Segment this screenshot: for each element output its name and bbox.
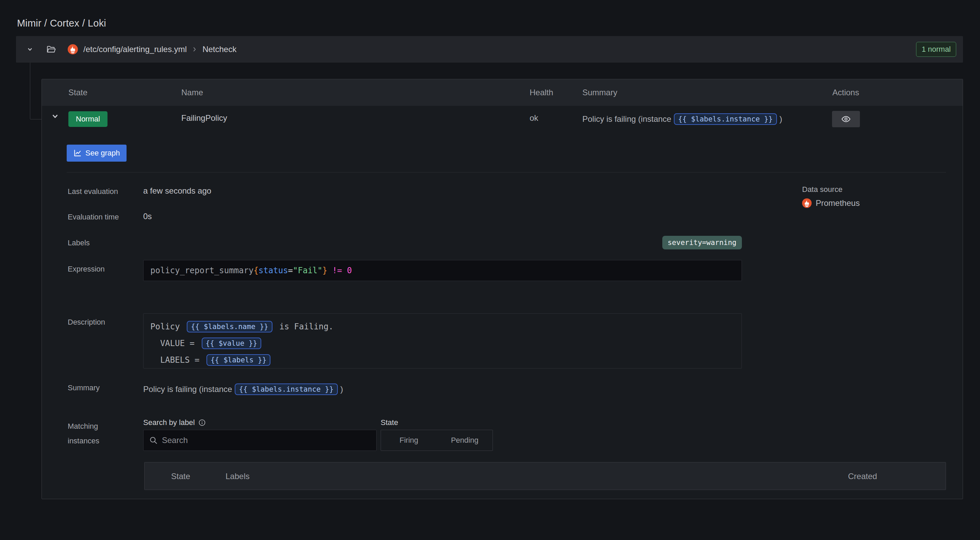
evaluation-time-value: 0s bbox=[143, 212, 152, 221]
prometheus-icon bbox=[68, 44, 78, 54]
description-line: VALUE = {{ $value }} bbox=[150, 335, 741, 352]
template-chip: {{ $value }} bbox=[202, 338, 262, 349]
rule-file-path: /etc/config/alerting_rules.yml bbox=[83, 45, 187, 54]
description-text: LABELS = bbox=[150, 355, 204, 365]
summary-text: Policy is failing (instance bbox=[582, 114, 671, 124]
view-rule-button[interactable] bbox=[832, 111, 860, 127]
matching-instances-label-line1: Matching bbox=[68, 422, 98, 431]
description-box: Policy {{ $labels.name }} is Failing. VA… bbox=[143, 314, 742, 368]
state-filter-label: State bbox=[381, 418, 398, 427]
folder-icon bbox=[46, 44, 56, 54]
last-evaluation-label: Last evaluation bbox=[68, 187, 118, 196]
rule-name: FailingPolicy bbox=[181, 113, 227, 123]
instances-column-state: State bbox=[171, 472, 190, 481]
column-header-state: State bbox=[68, 88, 88, 97]
info-icon[interactable] bbox=[198, 419, 206, 427]
search-input[interactable] bbox=[143, 430, 377, 451]
description-line: LABELS = {{ $labels }} bbox=[150, 352, 741, 368]
expression-operator: != bbox=[327, 266, 347, 275]
indent-guide-vertical bbox=[30, 63, 30, 119]
evaluation-time-label: Evaluation time bbox=[68, 213, 119, 221]
instances-column-labels: Labels bbox=[226, 472, 250, 481]
description-text: VALUE = bbox=[150, 339, 200, 348]
group-state-badge: 1 normal bbox=[916, 42, 956, 57]
search-by-label-text: Search by label bbox=[143, 418, 195, 427]
section-divider bbox=[67, 172, 946, 172]
summary-suffix: ) bbox=[340, 384, 343, 394]
description-line: Policy {{ $labels.name }} is Failing. bbox=[150, 318, 741, 335]
expression-number: 0 bbox=[347, 266, 352, 275]
summary-label: Summary bbox=[68, 384, 100, 392]
expression-code: policy_report_summary{status="Fail"} != … bbox=[143, 260, 742, 281]
expression-metric: policy_report_summary bbox=[150, 266, 253, 275]
summary-suffix: ) bbox=[780, 114, 783, 124]
rule-group-name: Netcheck bbox=[202, 45, 236, 54]
expression-string: "Fail" bbox=[293, 266, 323, 275]
column-header-health: Health bbox=[530, 88, 553, 97]
chevron-right-icon bbox=[191, 46, 198, 53]
page-title: Mimir / Cortex / Loki bbox=[17, 18, 106, 29]
severity-label-tag: severity=warning bbox=[662, 236, 742, 249]
datasource-label: Data source bbox=[802, 185, 843, 194]
expression-brace-close: } bbox=[323, 266, 327, 275]
last-evaluation-value: a few seconds ago bbox=[143, 186, 211, 196]
eye-icon bbox=[841, 114, 851, 124]
expression-label-key: status bbox=[259, 266, 288, 275]
expression-label: Expression bbox=[68, 265, 105, 274]
matching-instances-label-line2: instances bbox=[68, 436, 99, 445]
expression-brace-open: { bbox=[253, 266, 258, 275]
template-chip: {{ $labels.instance }} bbox=[674, 113, 776, 125]
column-header-name: Name bbox=[181, 88, 203, 97]
see-graph-label: See graph bbox=[85, 149, 120, 158]
description-label: Description bbox=[68, 318, 105, 327]
prometheus-icon bbox=[802, 198, 811, 208]
search-by-label-field-label: Search by label bbox=[143, 418, 206, 427]
rule-group-header[interactable]: /etc/config/alerting_rules.yml Netcheck … bbox=[16, 36, 963, 63]
description-text: is Failing. bbox=[275, 322, 333, 331]
rule-health: ok bbox=[530, 113, 538, 123]
rule-state-badge: Normal bbox=[68, 111, 108, 127]
filter-firing-button[interactable]: Firing bbox=[381, 430, 437, 451]
filter-pending-button[interactable]: Pending bbox=[437, 430, 493, 451]
description-text: Policy bbox=[150, 322, 185, 331]
template-chip: {{ $labels }} bbox=[207, 354, 270, 366]
chart-line-icon bbox=[73, 149, 82, 158]
column-header-actions: Actions bbox=[832, 88, 859, 97]
expression-equals: = bbox=[288, 266, 293, 275]
column-header-summary: Summary bbox=[582, 88, 617, 97]
datasource-name: Prometheus bbox=[816, 198, 859, 208]
summary-text: Policy is failing (instance bbox=[143, 384, 232, 394]
row-expand-chevron-icon[interactable] bbox=[50, 111, 60, 121]
see-graph-button[interactable]: See graph bbox=[67, 145, 127, 162]
labels-label: Labels bbox=[68, 239, 90, 247]
indent-guide-horizontal bbox=[30, 119, 41, 119]
rule-summary-cell: Policy is failing (instance {{ $labels.i… bbox=[582, 111, 783, 127]
instances-column-created: Created bbox=[848, 472, 877, 481]
rules-table-header: State Name Health Summary Actions bbox=[42, 79, 963, 106]
state-filter-group: Firing Pending bbox=[381, 430, 493, 451]
template-chip: {{ $labels.instance }} bbox=[235, 384, 337, 395]
rules-table-panel: State Name Health Summary Actions Normal… bbox=[41, 79, 963, 499]
summary-value: Policy is failing (instance {{ $labels.i… bbox=[143, 381, 343, 398]
instances-table-header: State Labels Created bbox=[144, 462, 946, 490]
template-chip: {{ $labels.name }} bbox=[187, 321, 272, 333]
collapse-chevron-icon[interactable] bbox=[25, 45, 34, 54]
datasource-row: Prometheus bbox=[802, 198, 859, 208]
